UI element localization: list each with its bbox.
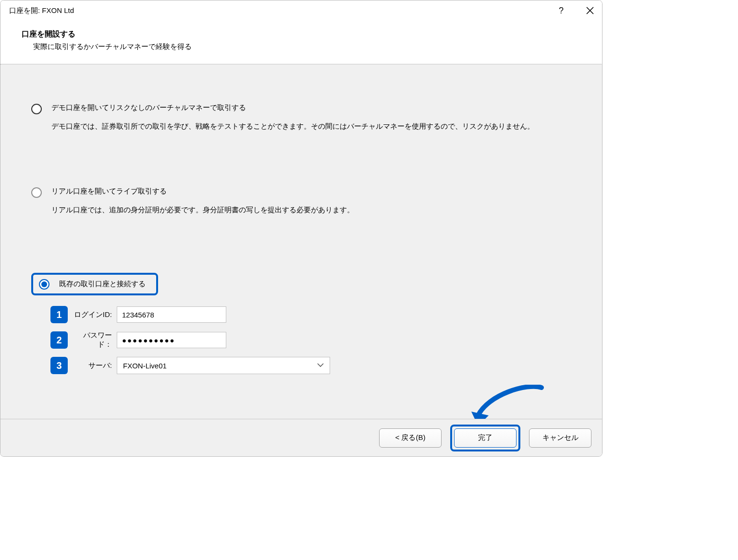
back-button[interactable]: < 戻る(B) [379, 428, 442, 448]
window-controls: ? [555, 4, 596, 17]
label-server: サーバ: [73, 361, 112, 370]
option-demo-desc: デモ口座では、証券取引所での取引を学び、戦略をテストすることができます。その間に… [51, 121, 571, 132]
page-subtitle: 実際に取引するかバーチャルマネーで経験を得る [33, 42, 602, 51]
window-title: 口座を開: FXON Ltd [9, 6, 74, 15]
existing-account-form: 1 ログインID: 2 パスワード： 3 サーバ: FXON-Live01 [50, 306, 571, 374]
option-demo-account: デモ口座を開いてリスクなしのバーチャルマネーで取引する デモ口座では、証券取引所… [31, 103, 571, 132]
step-badge-1: 1 [50, 306, 68, 323]
option-existing-highlight: 既存の取引口座と接続する [31, 273, 158, 295]
server-select-value: FXON-Live01 [123, 362, 167, 370]
wizard-body: デモ口座を開いてリスクなしのバーチャルマネーで取引する デモ口座では、証券取引所… [0, 65, 602, 420]
option-live-title: リアル口座を開いてライブ取引する [51, 187, 167, 196]
password-input[interactable] [117, 332, 226, 348]
option-live-account: リアル口座を開いてライブ取引する リアル口座では、追加の身分証明が必要です。身分… [31, 187, 571, 216]
step-badge-2: 2 [50, 331, 68, 349]
dialog-window: 口座を開: FXON Ltd ? 口座を開設する 実際に取引するかバーチャルマネ… [0, 0, 603, 457]
radio-live-account[interactable] [31, 187, 42, 198]
titlebar: 口座を開: FXON Ltd ? [0, 0, 602, 21]
label-login: ログインID: [73, 310, 112, 319]
page-title: 口座を開設する [22, 29, 602, 39]
wizard-header: 口座を開設する 実際に取引するかバーチャルマネーで経験を得る [0, 21, 602, 64]
server-select[interactable]: FXON-Live01 [117, 357, 330, 374]
cancel-button[interactable]: キャンセル [529, 428, 591, 448]
close-icon[interactable] [584, 4, 596, 17]
step-badge-3: 3 [50, 357, 68, 374]
help-icon[interactable]: ? [555, 4, 567, 17]
radio-demo-account[interactable] [31, 104, 42, 114]
label-password: パスワード： [73, 331, 112, 349]
finish-button[interactable]: 完了 [454, 428, 517, 448]
finish-highlight: 完了 [450, 425, 520, 451]
row-server: 3 サーバ: FXON-Live01 [50, 357, 571, 374]
login-input[interactable] [117, 306, 226, 323]
chevron-down-icon [317, 362, 324, 369]
row-password: 2 パスワード： [50, 331, 571, 349]
option-demo-title: デモ口座を開いてリスクなしのバーチャルマネーで取引する [51, 103, 246, 112]
wizard-footer: < 戻る(B) 完了 キャンセル [0, 419, 602, 456]
option-live-desc: リアル口座では、追加の身分証明が必要です。身分証明書の写しを提出する必要がありま… [51, 205, 571, 216]
radio-existing-account[interactable] [39, 279, 49, 290]
option-existing-title: 既存の取引口座と接続する [59, 280, 146, 289]
row-login: 1 ログインID: [50, 306, 571, 323]
